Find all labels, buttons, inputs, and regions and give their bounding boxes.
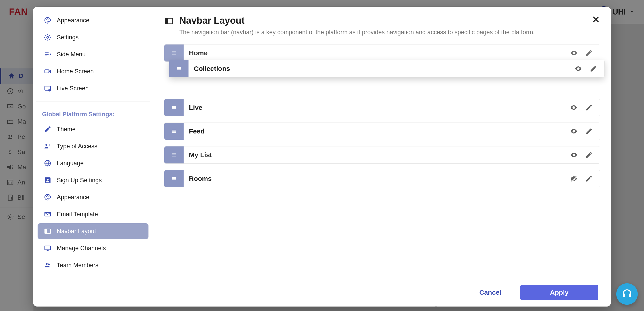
nav-label: My List: [184, 151, 570, 159]
headset-icon: [622, 288, 632, 300]
sidebar-item-label: Appearance: [57, 17, 90, 24]
svg-point-20: [46, 196, 47, 197]
eye-icon: [570, 49, 578, 57]
sidebar-item-label: Theme: [57, 126, 76, 133]
nav-row-wrap: Feed: [164, 122, 600, 140]
nav-actions: [570, 174, 600, 183]
eye-off-icon: [570, 175, 578, 182]
svg-rect-30: [166, 18, 168, 24]
nav-label: Rooms: [184, 175, 570, 182]
nav-row-live[interactable]: Live: [164, 99, 600, 116]
nav-row-home[interactable]: Home: [164, 44, 600, 62]
edit-button[interactable]: [585, 49, 593, 57]
sidebar-item-navbarlayout[interactable]: Navbar Layout: [38, 223, 148, 239]
sidebar-item-language[interactable]: Language: [38, 156, 148, 171]
eye-icon: [570, 104, 578, 111]
sidebar-item-teammembers[interactable]: Team Members: [38, 257, 148, 273]
apply-button[interactable]: Apply: [520, 284, 598, 300]
sidebar-item-theme[interactable]: Theme: [38, 122, 148, 137]
edit-button[interactable]: [585, 151, 593, 159]
visibility-toggle[interactable]: [570, 174, 578, 183]
drag-handle[interactable]: [164, 170, 184, 187]
sidebar-item-homescreen[interactable]: Home Screen: [38, 64, 148, 79]
sidebar-item-emailtemplate[interactable]: Email Template: [38, 206, 148, 222]
visibility-toggle[interactable]: [570, 49, 578, 57]
nav-row-rooms[interactable]: Rooms: [164, 170, 600, 187]
visibility-toggle[interactable]: [570, 103, 578, 112]
sidebar-item-signup[interactable]: Sign Up Settings: [38, 172, 148, 188]
visibility-toggle[interactable]: [570, 151, 578, 159]
pencil-icon: [44, 126, 52, 133]
palette-icon: [44, 194, 52, 201]
sidebar-item-managechannels[interactable]: Manage Channels: [38, 240, 148, 256]
drag-handle[interactable]: [164, 99, 184, 116]
sidebar-item-settings[interactable]: Settings: [38, 30, 148, 45]
nav-row-collections-dragging[interactable]: Collections: [169, 60, 605, 77]
globe-icon: [44, 160, 52, 167]
mail-icon: [44, 210, 52, 218]
visibility-toggle[interactable]: [574, 64, 582, 73]
drag-icon: [176, 65, 182, 72]
svg-point-28: [48, 264, 50, 265]
navbar-icon: [44, 228, 52, 235]
sidebar-item-label: Type of Access: [57, 143, 98, 150]
nav-row-wrap: Live: [164, 99, 600, 116]
nav-row-wrap: My List: [164, 146, 600, 164]
edit-button[interactable]: [585, 127, 593, 136]
close-icon: [592, 15, 600, 24]
edit-button[interactable]: [585, 103, 593, 112]
drag-icon: [170, 152, 177, 158]
sidebar-item-sidemenu[interactable]: Side Menu: [38, 46, 148, 62]
svg-point-16: [46, 144, 48, 146]
nav-actions: [570, 49, 600, 57]
nav-actions: [570, 127, 600, 136]
sidebar-item-livescreen[interactable]: Live Screen: [38, 80, 148, 96]
sidebar-item-label: Manage Channels: [57, 245, 106, 252]
pencil-icon: [585, 49, 593, 57]
drag-handle[interactable]: [164, 146, 184, 164]
nav-label: Home: [184, 49, 570, 57]
divider: [36, 101, 150, 102]
eye-icon: [574, 65, 582, 72]
drag-handle[interactable]: [164, 123, 184, 140]
pencil-icon: [585, 104, 593, 111]
modal-description: The navigation bar (navbar) is a key com…: [179, 28, 535, 36]
sidebar-item-access[interactable]: Type of Access: [38, 138, 148, 154]
pencil-icon: [585, 128, 593, 135]
drag-handle[interactable]: [169, 60, 188, 77]
nav-row-mylist[interactable]: My List: [164, 146, 600, 164]
monitor-icon: [44, 244, 52, 252]
edit-button[interactable]: [585, 174, 593, 183]
pencil-icon: [585, 175, 593, 182]
edit-button[interactable]: [589, 64, 598, 73]
drag-icon: [170, 128, 177, 134]
sidebar-item-label: Email Template: [57, 211, 98, 218]
sidebar-item-label: Appearance: [57, 194, 90, 201]
sidebar-item-label: Language: [57, 160, 84, 167]
nav-row-feed[interactable]: Feed: [164, 122, 600, 140]
close-button[interactable]: [590, 14, 602, 25]
drag-icon: [170, 104, 177, 111]
navbar-icon: [164, 16, 174, 26]
visibility-toggle[interactable]: [570, 127, 578, 136]
sidebar-item-appearance2[interactable]: Appearance: [38, 189, 148, 205]
drag-handle[interactable]: [164, 44, 184, 62]
gear-icon: [44, 34, 52, 41]
sidebar-item-appearance[interactable]: Appearance: [38, 12, 148, 28]
nav-label: Live: [184, 104, 570, 111]
svg-point-19: [47, 179, 49, 181]
pencil-icon: [590, 65, 597, 72]
nav-actions: [570, 151, 600, 159]
modal-sidebar[interactable]: Appearance Settings Side Menu Home Scree…: [33, 7, 154, 306]
nav-label: Collections: [188, 65, 574, 72]
sidebar-item-label: Navbar Layout: [57, 228, 96, 235]
nav-actions: [574, 64, 604, 73]
settings-modal: Appearance Settings Side Menu Home Scree…: [33, 7, 611, 306]
cancel-button[interactable]: Cancel: [470, 284, 510, 300]
svg-point-12: [47, 36, 49, 38]
svg-point-22: [48, 196, 49, 197]
eye-icon: [570, 151, 578, 159]
help-widget[interactable]: [616, 283, 638, 305]
sidemenu-icon: [44, 50, 52, 58]
sidebar-item-label: Home Screen: [57, 68, 94, 75]
